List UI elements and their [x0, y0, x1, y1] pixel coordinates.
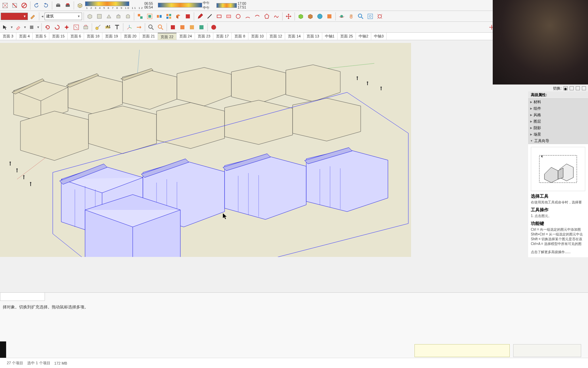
tool-cancel-icon[interactable]: [20, 1, 29, 10]
component-1-icon[interactable]: [136, 12, 145, 21]
panel-section-header[interactable]: 风格: [528, 112, 588, 118]
view-side-icon[interactable]: [114, 12, 123, 21]
dimension-icon[interactable]: A1: [103, 23, 112, 32]
shadow-time-2[interactable]: [158, 3, 202, 8]
component-2-icon[interactable]: [145, 12, 154, 21]
circle-icon[interactable]: [234, 12, 243, 21]
scene-tab[interactable]: 页面 25: [338, 33, 356, 40]
scene-tab[interactable]: 页面 23: [195, 33, 213, 40]
layer-dropdown[interactable]: 建筑▼: [45, 13, 82, 20]
material-dropdown[interactable]: ▼: [1, 13, 28, 20]
panel-section-header[interactable]: 组件: [528, 105, 588, 112]
paint-icon[interactable]: [29, 12, 37, 21]
text-icon[interactable]: [113, 23, 121, 32]
zoom-icon[interactable]: [356, 12, 365, 21]
axes-icon[interactable]: [125, 23, 134, 32]
pencil-icon[interactable]: [196, 12, 205, 21]
ext-1-icon[interactable]: [168, 23, 177, 32]
component-3-icon[interactable]: [155, 12, 164, 21]
scene-tab[interactable]: 中轴3: [371, 33, 387, 40]
paint-bucket-icon[interactable]: [27, 23, 36, 32]
toggle-3-icon[interactable]: [576, 86, 580, 90]
plugin-4-icon[interactable]: [325, 12, 334, 21]
freehand-icon[interactable]: [272, 12, 281, 21]
panel-section-header[interactable]: 工具向导: [528, 138, 588, 144]
redo-icon[interactable]: [42, 1, 50, 10]
scene-tab[interactable]: 中轴2: [356, 33, 371, 40]
select-arrow-icon[interactable]: [1, 23, 10, 32]
view-front-icon[interactable]: [104, 12, 113, 21]
plugin-1-icon[interactable]: [296, 12, 305, 21]
scene-tab[interactable]: 页面 14: [285, 33, 304, 40]
component-4-icon[interactable]: [164, 12, 173, 21]
polygon-icon[interactable]: [262, 12, 271, 21]
scene-tab[interactable]: 页面 21: [140, 33, 158, 40]
component-5-icon[interactable]: [174, 12, 183, 21]
arc2-icon[interactable]: [253, 12, 262, 21]
plugin-2-icon[interactable]: [306, 12, 315, 21]
scene-tab[interactable]: 页面 4: [16, 33, 33, 40]
tool-select-icon[interactable]: [1, 1, 10, 10]
zoom-tool-icon[interactable]: [147, 23, 156, 32]
rect-icon[interactable]: [215, 12, 224, 21]
scale-sparkle-icon[interactable]: [62, 23, 71, 32]
shadow-time-3[interactable]: [216, 3, 237, 8]
scene-tab[interactable]: 页面 17: [213, 33, 232, 40]
scene-tab[interactable]: 页面 8: [232, 33, 248, 40]
scene-tab[interactable]: 页面 3: [0, 33, 16, 40]
scene-tab[interactable]: 页面 6: [68, 33, 84, 40]
viewport-3d[interactable]: [0, 43, 411, 257]
scene-tab[interactable]: 页面 24: [177, 33, 195, 40]
scene-tab[interactable]: 页面 20: [121, 33, 140, 40]
section-icon[interactable]: [134, 23, 143, 32]
scene-tab[interactable]: 页面 10: [248, 33, 267, 40]
view-iso-icon[interactable]: [85, 12, 94, 21]
plugin-3-icon[interactable]: [315, 12, 324, 21]
line-icon[interactable]: [205, 12, 214, 21]
followme-icon[interactable]: [81, 23, 90, 32]
bottom-tab[interactable]: [0, 293, 45, 301]
zoom-extents-icon[interactable]: [375, 12, 384, 21]
scene-tab[interactable]: 页面 13: [304, 33, 322, 40]
scene-tab[interactable]: 中轴1: [322, 33, 338, 40]
panel-section-header[interactable]: 阴影: [528, 125, 588, 131]
shadow-time-1[interactable]: 1 2 3 4 5 6 7 8 9 10 11 12: [85, 1, 144, 10]
ext-5-icon[interactable]: [209, 23, 218, 32]
scene-tab[interactable]: 页面 18: [84, 33, 102, 40]
scene-tab[interactable]: 页面 15: [49, 33, 68, 40]
component-6-icon[interactable]: [183, 12, 192, 21]
more-link[interactable]: 点击了解更多高级操作......: [531, 250, 585, 255]
scene-tab[interactable]: 页面 5: [33, 33, 49, 40]
scene-tab[interactable]: 页面 22: [158, 33, 176, 40]
panel-section-header[interactable]: 场景: [528, 131, 588, 138]
panel-section-header[interactable]: 材料: [528, 99, 588, 105]
orbit-icon[interactable]: [337, 12, 346, 21]
rect-fill-icon[interactable]: [224, 12, 233, 21]
box-icon[interactable]: [76, 1, 84, 10]
print-red-icon[interactable]: [63, 1, 72, 10]
tool-delete-icon[interactable]: [10, 1, 19, 10]
view-top-icon[interactable]: [95, 12, 104, 21]
rotate-icon[interactable]: [53, 23, 62, 32]
eraser-icon[interactable]: [14, 23, 23, 32]
zoom-window-icon[interactable]: [366, 12, 375, 21]
ext-2-icon[interactable]: [178, 23, 187, 32]
ext-4-icon[interactable]: [197, 23, 206, 32]
arc-icon[interactable]: [243, 12, 252, 21]
toggle-1-icon[interactable]: ◉: [564, 86, 568, 90]
scene-tab[interactable]: 页面 12: [267, 33, 285, 40]
refresh-icon[interactable]: [43, 23, 52, 32]
undo-icon[interactable]: [32, 1, 41, 10]
toggle-4-icon[interactable]: [582, 86, 586, 90]
tape-icon[interactable]: [94, 23, 102, 32]
pan-icon[interactable]: [347, 12, 356, 21]
zoom-sel-icon[interactable]: [156, 23, 165, 32]
view-back-icon[interactable]: [124, 12, 132, 21]
toggle-2-icon[interactable]: [570, 86, 574, 90]
print-icon[interactable]: [54, 1, 63, 10]
move-red-icon[interactable]: [284, 12, 293, 21]
ext-3-icon[interactable]: [187, 23, 196, 32]
panel-section-header[interactable]: 图层: [528, 118, 588, 125]
scene-tab[interactable]: 页面 19: [102, 33, 121, 40]
offset-icon[interactable]: [72, 23, 81, 32]
